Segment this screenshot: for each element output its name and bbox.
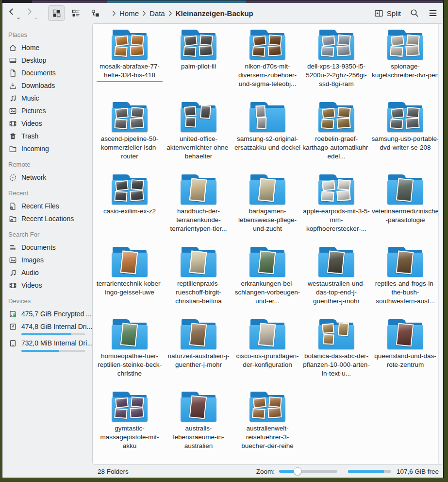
sidebar-item-label: Documents <box>21 69 56 77</box>
folder-item[interactable]: apple-earpods-mit-3-5-mm-kopfhoerersteck… <box>302 174 371 247</box>
folder-item[interactable]: homoeopathie-fuer-reptilien-steinke-beck… <box>95 319 164 392</box>
breadcrumb: Home Data Kleinanzeigen-Backup <box>112 9 253 17</box>
section-header-search-for: Search For <box>2 225 92 241</box>
folder-item[interactable]: casio-exilim-ex-z2 <box>95 174 164 247</box>
folder-item[interactable]: westaustralien-und-das-top-end-j-guenthe… <box>302 247 371 319</box>
menu-button[interactable] <box>428 8 438 18</box>
preview-thumbnail <box>322 108 335 119</box>
breadcrumb-data[interactable]: Data <box>149 9 165 17</box>
sidebar-item-network[interactable]: Network <box>2 171 92 184</box>
folder-item[interactable]: bartagamen-lebensweise-pflege-und-zucht <box>233 174 302 247</box>
folder-item[interactable]: reptilienpraxis-rueschoff-birgit-christi… <box>164 247 233 319</box>
sidebar-item-recent-files[interactable]: Recent Files <box>2 200 92 212</box>
folder-icon <box>181 174 216 205</box>
details-view-button[interactable] <box>67 5 84 21</box>
preview-thumbnail <box>322 180 335 191</box>
sidebar-item-documents[interactable]: Documents <box>2 241 92 254</box>
folder-name: palm-pilot-iii <box>165 62 232 71</box>
folder-icon <box>249 174 285 205</box>
folder-item[interactable]: samsung-usb-portable-dvd-writer-se-208 <box>371 102 440 174</box>
section-header-places: Places <box>2 25 92 41</box>
breadcrumb-home[interactable]: Home <box>119 9 139 17</box>
folder-item[interactable]: terrarientechnik-kober-ingo-geissel-uwe <box>95 247 164 319</box>
folder-item[interactable]: australis-lebensraeume-in-australien <box>164 392 233 464</box>
places-panel: PlacesHomeDesktopDocumentsDownloadsMusic… <box>2 23 92 465</box>
downloads-icon <box>8 81 17 90</box>
sidebar-item-videos[interactable]: Videos <box>2 279 92 292</box>
folder-item[interactable]: ascend-pipeline-50-kommerzieller-isdn-ro… <box>95 102 164 174</box>
sidebar-item-trash[interactable]: Trash <box>2 130 92 142</box>
sidebar-item-label: Audio <box>21 269 39 276</box>
preview-thumbnail <box>396 323 414 346</box>
folder-icon <box>318 174 354 205</box>
text-lines-icon <box>8 243 17 252</box>
chevron-down-icon <box>34 17 38 20</box>
preview-thumbnail <box>338 322 349 336</box>
preview-thumbnail <box>114 119 127 129</box>
folder-item[interactable]: naturzeit-australien-j-guenther-j-mohr <box>164 319 233 392</box>
folder-item[interactable]: reptiles-and-frogs-in-the-bush-southwest… <box>371 247 440 319</box>
folder-name: gymtastic-massagepistole-mit-akku <box>96 424 164 450</box>
preview-thumbnail <box>337 107 351 118</box>
sidebar-item-downloads[interactable]: Downloads <box>2 79 92 92</box>
sidebar-item-label: Network <box>21 173 46 181</box>
folder-item[interactable]: samsung-s2-original-ersatzakku-und-decke… <box>233 102 302 174</box>
folder-item[interactable]: dell-xps-13-9350-i5-5200u-2-2ghz-256gi-s… <box>302 30 371 102</box>
sidebar-item-incoming[interactable]: Incoming <box>2 142 92 155</box>
sidebar-item-documents[interactable]: Documents <box>2 67 92 79</box>
sidebar-item-music[interactable]: Music <box>2 92 92 104</box>
preview-thumbnail <box>268 34 282 46</box>
sidebar-item-images[interactable]: Images <box>2 254 92 266</box>
sidebar-item-pictures[interactable]: Pictures <box>2 104 92 117</box>
folder-item[interactable]: gymtastic-massagepistole-mit-akku <box>95 392 164 464</box>
sidebar-item-label: Documents <box>21 243 56 251</box>
folder-item[interactable]: erkrankungen-bei-schlangen-vorbeugen-und… <box>233 247 302 319</box>
folder-count-label: 28 Folders <box>98 468 129 475</box>
folder-item[interactable]: veterinaermedizinische-parasitologie <box>371 174 440 247</box>
split-button[interactable]: Split <box>374 9 401 18</box>
folder-item[interactable]: queensland-und-das-rote-zentrum <box>371 319 440 392</box>
zoom-slider-handle[interactable] <box>294 467 302 476</box>
sidebar-item-label: Videos <box>21 281 42 289</box>
folder-icon <box>8 144 17 153</box>
folder-name: bartagamen-lebensweise-pflege-und-zucht <box>233 207 301 233</box>
video-icon <box>8 119 17 128</box>
back-button[interactable] <box>7 7 19 19</box>
sidebar-item-475-7-gib-encrypted[interactable]: 475,7 GiB Encrypted ... <box>2 308 92 320</box>
breadcrumb-current-folder[interactable]: Kleinanzeigen-Backup <box>176 9 253 17</box>
zoom-slider[interactable] <box>279 470 337 473</box>
preview-thumbnail <box>131 107 144 118</box>
folder-item[interactable]: cisco-ios-grundlagen-der-konfiguration <box>233 319 302 392</box>
folder-item[interactable]: australienwelt-reisefuehrer-3-buecher-de… <box>233 392 302 464</box>
sidebar-item-home[interactable]: Home <box>2 41 92 54</box>
tree-view-button[interactable] <box>87 5 103 21</box>
section-header-devices: Devices <box>2 292 92 308</box>
folder-item[interactable]: palm-pilot-iii <box>164 30 233 102</box>
folder-item[interactable]: spionage-kugelschreiber-dvr-pen <box>371 30 440 102</box>
sidebar-item-474-8-gib-internal-dri[interactable]: 474,8 GiB Internal Dri... <box>2 320 92 333</box>
folder-icon <box>387 174 423 205</box>
music-icon <box>8 94 17 103</box>
folder-item[interactable]: botanica-das-abc-der-pflanzen-10-000-art… <box>302 319 371 392</box>
folder-item[interactable]: roebelin-graef-karthago-automatikuhr-ede… <box>302 102 371 174</box>
folder-item[interactable]: united-office-aktenvernichter-ohne-behae… <box>164 102 233 174</box>
sidebar-item-desktop[interactable]: Desktop <box>2 54 92 67</box>
folder-icon <box>112 102 148 132</box>
sidebar-item-label: 475,7 GiB Encrypted ... <box>21 310 92 318</box>
icons-view-button[interactable] <box>48 5 65 21</box>
folder-name: reptiles-and-frogs-in-the-bush-southwest… <box>371 279 439 306</box>
forward-button[interactable] <box>24 7 37 19</box>
partition-drive-icon <box>8 322 17 331</box>
search-button[interactable] <box>410 8 419 18</box>
folder-name: botanica-das-abc-der-pflanzen-10-000-art… <box>302 352 370 378</box>
sidebar-item-audio[interactable]: Audio <box>2 266 92 279</box>
folder-item[interactable]: handbuch-der-terrarienkunde-terrarientyp… <box>164 174 233 247</box>
folder-item[interactable]: nikon-d70s-mit-diversem-zubehoer-und-sig… <box>233 30 302 102</box>
vertical-scrollbar[interactable] <box>438 24 443 464</box>
folder-item[interactable]: mosaik-abrafaxe-77-hefte-334-bis-418 <box>95 30 164 102</box>
preview-thumbnail <box>336 118 350 129</box>
sidebar-item-videos[interactable]: Videos <box>2 117 92 130</box>
sidebar-item-732-0-mib-internal-dri[interactable]: 732,0 MiB Internal Dri... <box>2 337 92 349</box>
sidebar-item-recent-locations[interactable]: Recent Locations <box>2 212 92 225</box>
preview-thumbnail <box>390 46 403 57</box>
